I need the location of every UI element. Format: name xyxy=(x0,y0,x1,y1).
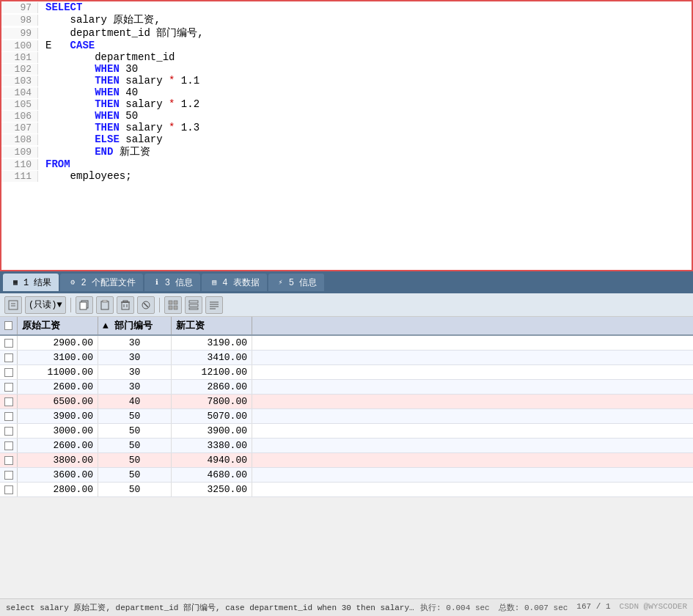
line-content: END 新工资 xyxy=(38,145,150,158)
table-row[interactable]: 2800.00503250.00 xyxy=(0,483,693,497)
code-line: 97SELECT xyxy=(1,1,692,13)
row-checkbox[interactable] xyxy=(0,468,18,482)
watermark: CSDN @WYSCODER xyxy=(620,602,687,613)
code-line: 109 END 新工资 xyxy=(1,145,692,158)
tab-tab2[interactable]: ⚙2 个配置文件 xyxy=(60,274,142,291)
code-line: 106 WHEN 50 xyxy=(1,110,692,122)
total-label: 总数: 0.007 sec xyxy=(499,602,568,613)
line-number: 109 xyxy=(1,147,38,158)
delete-btn[interactable] xyxy=(117,296,134,314)
table-row[interactable]: 3900.00505070.00 xyxy=(0,409,693,424)
code-line: 102 WHEN 30 xyxy=(1,63,692,75)
line-content: E CASE xyxy=(38,40,95,51)
table-row[interactable]: 2900.00303190.00 xyxy=(0,336,693,351)
header-salary[interactable]: 原始工资 xyxy=(18,317,98,334)
row-checkbox[interactable] xyxy=(0,365,18,379)
table-row[interactable]: 3800.00504940.00 xyxy=(0,453,693,468)
row-checkbox[interactable] xyxy=(0,336,18,350)
header-dept: ▲ 部门编号 xyxy=(98,317,172,334)
text-view-btn[interactable] xyxy=(205,296,223,314)
table-row[interactable]: 11000.003012100.00 xyxy=(0,365,693,380)
clear-btn[interactable] xyxy=(137,296,155,314)
svg-rect-5 xyxy=(101,301,109,309)
line-content: THEN salary * 1.2 xyxy=(38,98,199,110)
cell-dept: 50 xyxy=(98,468,172,482)
readonly-dropdown[interactable]: (只读) ▼ xyxy=(25,296,66,314)
header-check[interactable] xyxy=(0,317,18,334)
svg-rect-17 xyxy=(174,306,177,309)
svg-rect-6 xyxy=(103,300,107,302)
table-row[interactable]: 2600.00302860.00 xyxy=(0,380,693,395)
line-content: THEN salary * 1.1 xyxy=(38,75,199,87)
form-view-btn[interactable] xyxy=(185,296,202,314)
code-line: 103 THEN salary * 1.1 xyxy=(1,75,692,87)
row-checkbox[interactable] xyxy=(0,453,18,467)
exec-label: 执行: 0.004 sec xyxy=(420,602,490,613)
export-btn[interactable] xyxy=(4,296,22,314)
code-line: 104 WHEN 40 xyxy=(1,87,692,98)
cell-dept: 50 xyxy=(98,424,172,438)
cell-dept: 30 xyxy=(98,380,172,394)
row-checkbox[interactable] xyxy=(0,351,18,364)
sep1 xyxy=(70,298,71,312)
cell-new-salary: 3190.00 xyxy=(172,336,252,350)
tab-tab4[interactable]: ▤4 表数据 xyxy=(202,274,266,291)
tab-label-tab4: 4 表数据 xyxy=(222,276,259,289)
svg-rect-18 xyxy=(189,301,198,303)
tab-tab1[interactable]: ▦1 结果 xyxy=(3,274,59,291)
cell-salary: 3100.00 xyxy=(18,351,98,364)
table-row[interactable]: 3100.00303410.00 xyxy=(0,351,693,365)
table-row[interactable]: 3600.00504680.00 xyxy=(0,468,693,483)
tab-label-tab3: 3 信息 xyxy=(165,276,193,289)
tab-label-tab2: 2 个配置文件 xyxy=(81,276,135,289)
line-number: 108 xyxy=(1,134,38,145)
row-checkbox[interactable] xyxy=(0,380,18,394)
line-number: 103 xyxy=(1,76,38,87)
line-content: department_id xyxy=(38,51,175,63)
tab-icon-tab1: ▦ xyxy=(10,277,21,287)
svg-rect-0 xyxy=(9,301,18,309)
line-number: 104 xyxy=(1,87,38,98)
cell-new-salary: 2860.00 xyxy=(172,380,252,394)
cell-salary: 3600.00 xyxy=(18,468,98,482)
cell-new-salary: 3380.00 xyxy=(172,439,252,452)
row-checkbox[interactable] xyxy=(0,439,18,452)
line-number: 111 xyxy=(1,171,38,182)
table-row[interactable]: 6500.00407800.00 xyxy=(0,395,693,409)
tab-tab3[interactable]: ℹ3 信息 xyxy=(144,274,200,291)
code-editor[interactable]: 97SELECT98 salary 原始工资,99 department_id … xyxy=(0,0,693,271)
table-row[interactable]: 2600.00503380.00 xyxy=(0,439,693,453)
line-number: 110 xyxy=(1,159,38,170)
line-content: THEN salary * 1.3 xyxy=(38,122,199,133)
header-new: 新工资 xyxy=(172,317,252,334)
copy-btn[interactable] xyxy=(76,296,93,314)
bottom-panel: ▦1 结果⚙2 个配置文件ℹ3 信息▤4 表数据⚡5 信息 (只读) ▼ xyxy=(0,271,693,616)
paste-btn[interactable] xyxy=(96,296,114,314)
line-content: employees; xyxy=(38,170,132,182)
status-right: 执行: 0.004 sec 总数: 0.007 sec 167 / 1 CSDN… xyxy=(420,602,687,613)
grid-view-btn[interactable] xyxy=(164,296,182,314)
line-number: 100 xyxy=(1,40,38,51)
row-checkbox[interactable] xyxy=(0,395,18,408)
line-number: 102 xyxy=(1,64,38,75)
cell-salary: 2600.00 xyxy=(18,380,98,394)
row-checkbox[interactable] xyxy=(0,424,18,438)
tab-icon-tab5: ⚡ xyxy=(276,277,286,287)
line-number: 98 xyxy=(1,15,38,26)
row-checkbox[interactable] xyxy=(0,483,18,496)
cell-dept: 30 xyxy=(98,336,172,350)
line-content: SELECT xyxy=(38,1,82,13)
select-all-checkbox[interactable] xyxy=(4,321,12,330)
code-line: 101 department_id xyxy=(1,51,692,63)
code-line: 100E CASE xyxy=(1,40,692,51)
line-number: 106 xyxy=(1,111,38,122)
code-line: 111 employees; xyxy=(1,170,692,182)
cell-salary: 6500.00 xyxy=(18,395,98,408)
svg-rect-4 xyxy=(80,302,87,309)
row-checkbox[interactable] xyxy=(0,409,18,423)
tab-tab5[interactable]: ⚡5 信息 xyxy=(268,274,324,291)
grid-toolbar: (只读) ▼ xyxy=(0,293,693,317)
line-content: WHEN 50 xyxy=(38,110,138,122)
grid-rows-container[interactable]: 2900.00303190.003100.00303410.0011000.00… xyxy=(0,336,693,598)
table-row[interactable]: 3000.00503900.00 xyxy=(0,424,693,439)
